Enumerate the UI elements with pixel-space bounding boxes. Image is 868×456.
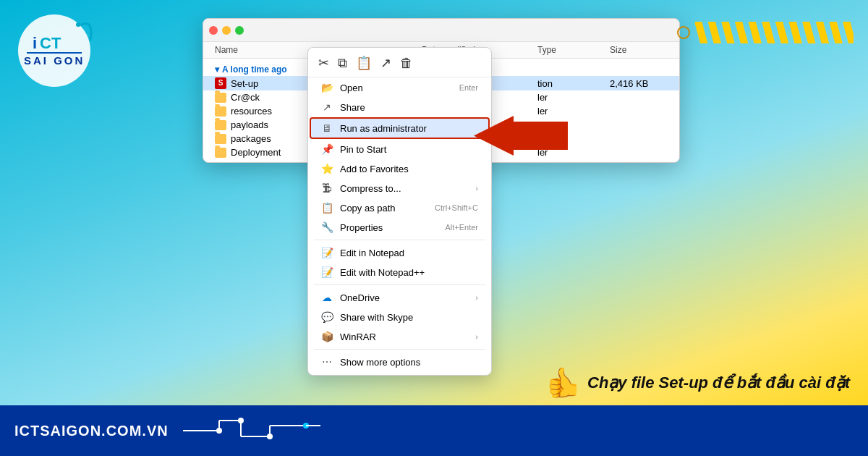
cut-icon[interactable]: ✂ bbox=[318, 55, 329, 71]
ctx-item-notepadpp-left: 📝 Edit with Notepad++ bbox=[321, 266, 425, 278]
share-menu-icon: ↗ bbox=[321, 101, 333, 113]
pin-icon: 📌 bbox=[321, 143, 333, 155]
context-menu-item-favorites[interactable]: ⭐ Add to Favorites bbox=[311, 159, 488, 178]
onedrive-arrow: › bbox=[475, 293, 478, 302]
paste-icon[interactable]: 📋 bbox=[356, 55, 372, 71]
svg-text:CT: CT bbox=[40, 34, 61, 52]
folder-icon bbox=[215, 134, 226, 144]
separator-2 bbox=[314, 284, 485, 285]
ctx-item-compress-left: 🗜 Compress to... bbox=[321, 182, 401, 194]
svg-rect-2 bbox=[694, 22, 854, 43]
winrar-icon: 📦 bbox=[321, 331, 333, 342]
ctx-item-share-left: ↗ Share bbox=[321, 101, 365, 113]
ctx-item-open-left: 📂 Open bbox=[321, 82, 363, 93]
context-menu-item-notepad[interactable]: 📝 Edit in Notepad bbox=[311, 243, 488, 262]
minimize-btn[interactable] bbox=[222, 26, 231, 35]
folder-icon bbox=[215, 106, 226, 117]
bottom-caption-area: 👍 Chạy file Set-up để bắt đầu cài đặt bbox=[545, 366, 850, 400]
context-menu-item-winrar[interactable]: 📦 WinRAR › bbox=[311, 327, 488, 346]
thumb-up-icon: 👍 bbox=[545, 366, 582, 400]
folder-icon bbox=[215, 148, 226, 158]
bottom-caption-text: Chạy file Set-up để bắt đầu cài đặt bbox=[587, 373, 850, 392]
context-menu-item-compress[interactable]: 🗜 Compress to... › bbox=[311, 179, 488, 198]
svg-point-4 bbox=[76, 22, 80, 27]
explorer-titlebar bbox=[203, 19, 679, 42]
more-options-icon: ⋯ bbox=[321, 356, 333, 368]
notepad-icon: 📝 bbox=[321, 247, 333, 258]
skype-icon: 💬 bbox=[321, 311, 333, 323]
ctx-item-pin-left: 📌 Pin to Start bbox=[321, 143, 386, 155]
ctx-item-copypath-left: 📋 Copy as path bbox=[321, 202, 396, 214]
red-arrow bbox=[474, 116, 568, 159]
compress-icon: 🗜 bbox=[321, 182, 333, 194]
bottom-bar: ICTSAIGON.COM.VN bbox=[0, 405, 868, 456]
favorites-icon: ⭐ bbox=[321, 163, 333, 174]
col-type[interactable]: Type bbox=[537, 45, 610, 55]
yellow-stripe-decoration bbox=[677, 22, 854, 43]
ict-logo: i CT SAI GON bbox=[11, 11, 105, 97]
context-menu-item-open[interactable]: 📂 Open Enter bbox=[311, 78, 488, 97]
context-menu-item-properties[interactable]: 🔧 Properties Alt+Enter bbox=[311, 218, 488, 237]
context-menu-item-run-as-admin[interactable]: 🖥 Run as administrator bbox=[310, 117, 490, 139]
winrar-arrow: › bbox=[475, 332, 478, 341]
maximize-btn[interactable] bbox=[235, 26, 244, 35]
stripe-circle bbox=[677, 26, 690, 39]
separator-3 bbox=[314, 349, 485, 350]
circuit-decoration bbox=[176, 415, 320, 447]
open-icon: 📂 bbox=[321, 82, 333, 93]
context-menu-item-onedrive[interactable]: ☁ OneDrive › bbox=[311, 288, 488, 307]
copy-path-icon: 📋 bbox=[321, 202, 333, 214]
delete-icon[interactable]: 🗑 bbox=[400, 56, 413, 71]
ctx-item-notepad-left: 📝 Edit in Notepad bbox=[321, 247, 404, 258]
folder-icon bbox=[215, 120, 226, 130]
ctx-item-fav-left: ⭐ Add to Favorites bbox=[321, 163, 409, 174]
ctx-item-winrar-left: 📦 WinRAR bbox=[321, 331, 376, 342]
folder-icon bbox=[215, 93, 226, 103]
ctx-item-onedrive-left: ☁ OneDrive bbox=[321, 292, 380, 303]
context-menu-item-pin-start[interactable]: 📌 Pin to Start bbox=[311, 140, 488, 159]
context-menu-item-copy-path[interactable]: 📋 Copy as path Ctrl+Shift+C bbox=[311, 198, 488, 217]
context-menu-item-skype[interactable]: 💬 Share with Skype bbox=[311, 308, 488, 326]
svg-text:SAI GON: SAI GON bbox=[24, 54, 85, 67]
setup-file-icon: S bbox=[215, 77, 226, 89]
separator-1 bbox=[314, 240, 485, 240]
copy-icon[interactable]: ⧉ bbox=[338, 56, 347, 71]
context-menu: ✂ ⧉ 📋 ↗ 🗑 📂 Open Enter ↗ Share 🖥 Run as … bbox=[307, 47, 492, 376]
col-size[interactable]: Size bbox=[610, 45, 668, 55]
share-icon[interactable]: ↗ bbox=[380, 55, 391, 71]
svg-marker-9 bbox=[474, 116, 568, 156]
notepadpp-icon: 📝 bbox=[321, 266, 333, 278]
ctx-item-more-left: ⋯ Show more options bbox=[321, 356, 420, 368]
context-menu-item-more-options[interactable]: ⋯ Show more options bbox=[311, 352, 488, 371]
ctx-item-skype-left: 💬 Share with Skype bbox=[321, 311, 413, 323]
close-btn[interactable] bbox=[209, 26, 218, 35]
context-menu-item-share[interactable]: ↗ Share bbox=[311, 98, 488, 117]
svg-text:i: i bbox=[33, 34, 37, 52]
context-menu-item-notepadpp[interactable]: 📝 Edit with Notepad++ bbox=[311, 263, 488, 282]
admin-icon: 🖥 bbox=[321, 122, 333, 134]
onedrive-icon: ☁ bbox=[321, 292, 333, 303]
ctx-item-admin-left: 🖥 Run as administrator bbox=[321, 122, 427, 134]
properties-icon: 🔧 bbox=[321, 221, 333, 233]
compress-arrow: › bbox=[475, 184, 478, 193]
diagonal-stripes bbox=[694, 22, 854, 43]
website-url: ICTSAIGON.COM.VN bbox=[14, 423, 169, 439]
context-menu-toolbar: ✂ ⧉ 📋 ↗ 🗑 bbox=[308, 51, 491, 77]
ctx-item-props-left: 🔧 Properties bbox=[321, 221, 383, 233]
